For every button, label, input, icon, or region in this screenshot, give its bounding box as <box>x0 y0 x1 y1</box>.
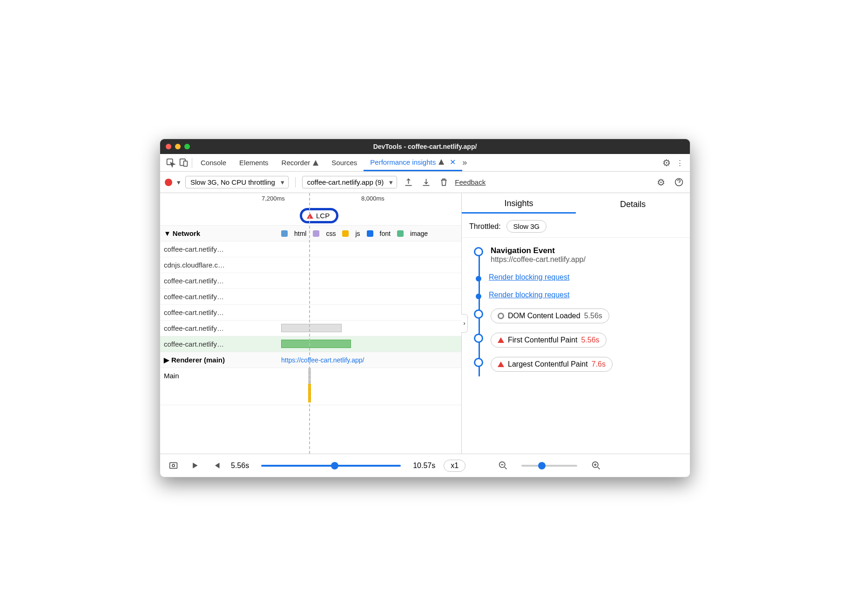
kebab-menu-icon[interactable]: ⋮ <box>673 156 686 169</box>
chevron-down-icon: ▼ <box>164 229 171 237</box>
tab-recorder[interactable]: Recorder <box>275 154 325 171</box>
zoom-slider[interactable] <box>521 465 577 467</box>
time-start: 5.56s <box>231 462 249 470</box>
network-row[interactable]: coffee-cart.netlify… <box>160 321 461 336</box>
timeline-node-icon <box>474 334 483 343</box>
inspect-icon[interactable] <box>164 156 177 169</box>
nav-event-title: Navigation Event <box>491 246 586 255</box>
request-name: coffee-cart.netlify… <box>160 308 281 316</box>
network-row[interactable]: cdnjs.cloudflare.c… <box>160 257 461 273</box>
playback-slider[interactable] <box>261 465 401 467</box>
delete-icon[interactable] <box>437 176 450 189</box>
warning-triangle-icon <box>498 337 504 343</box>
legend-font: font <box>380 230 391 237</box>
record-button[interactable] <box>165 179 172 186</box>
network-rows: coffee-cart.netlify… cdnjs.cloudflare.c…… <box>160 241 461 352</box>
request-name: coffee-cart.netlify… <box>160 277 281 285</box>
insight-lcp[interactable]: Largest Contentful Paint 7.6s <box>474 357 684 372</box>
recording-select[interactable]: coffee-cart.netlify.app (9) <box>302 176 398 188</box>
timeline-dot-icon <box>476 276 481 281</box>
svg-point-5 <box>172 464 174 467</box>
import-icon[interactable] <box>419 176 432 189</box>
chevron-right-icon: ▶ <box>164 356 169 364</box>
render-blocking-link[interactable]: Render blocking request <box>489 291 569 299</box>
circle-icon <box>498 313 504 319</box>
lcp-label: Largest Contentful Paint <box>508 360 588 368</box>
legend-swatch-font <box>367 230 373 237</box>
renderer-url[interactable]: https://coffee-cart.netlify.app/ <box>281 356 364 364</box>
titlebar: DevTools - coffee-cart.netlify.app/ <box>160 139 690 154</box>
lcp-time: 7.6s <box>592 360 606 368</box>
insights-timeline: Navigation Event https://coffee-cart.net… <box>462 238 690 381</box>
dcl-time: 5.56s <box>584 312 602 320</box>
lcp-label: LCP <box>316 212 330 220</box>
export-icon[interactable] <box>402 176 415 189</box>
renderer-section-header[interactable]: ▶Renderer (main) https://coffee-cart.net… <box>160 352 461 368</box>
network-row[interactable]: coffee-cart.netlify… <box>160 241 461 257</box>
fcp-label: First Contentful Paint <box>508 336 577 344</box>
network-label: Network <box>173 229 200 237</box>
request-name: cdnjs.cloudflare.c… <box>160 261 281 269</box>
divider <box>192 158 192 168</box>
network-section-header[interactable]: ▼Network html css js font image <box>160 226 461 241</box>
svg-rect-2 <box>183 161 187 166</box>
svg-rect-4 <box>169 462 177 468</box>
device-toolbar-icon[interactable] <box>177 156 190 169</box>
tab-console[interactable]: Console <box>194 154 233 171</box>
request-name: coffee-cart.netlify… <box>160 293 281 301</box>
play-button[interactable] <box>188 459 201 472</box>
legend-swatch-css <box>313 230 319 237</box>
tab-performance-insights[interactable]: Performance insights✕ <box>364 154 462 171</box>
lcp-marker[interactable]: LCP <box>300 208 338 223</box>
request-name: coffee-cart.netlify… <box>160 324 281 332</box>
screenshot-toggle-icon[interactable] <box>167 459 180 472</box>
network-row[interactable]: coffee-cart.netlify… <box>160 289 461 305</box>
panel-tabs: Console Elements Recorder Sources Perfor… <box>160 154 690 172</box>
nav-event-url: https://coffee-cart.netlify.app/ <box>491 255 586 264</box>
timeline-ruler[interactable]: 7,200ms 8,000ms LCP <box>160 193 461 226</box>
request-name: coffee-cart.netlify… <box>160 245 281 253</box>
dcl-label: DOM Content Loaded <box>508 312 580 320</box>
flask-icon <box>438 159 444 165</box>
tab-insights[interactable]: Insights <box>462 195 576 214</box>
speed-selector[interactable]: x1 <box>444 460 465 472</box>
insight-render-blocking[interactable]: Render blocking request <box>474 273 684 281</box>
network-row[interactable]: coffee-cart.netlify… <box>160 273 461 289</box>
insight-navigation[interactable]: Navigation Event https://coffee-cart.net… <box>474 246 684 264</box>
tab-perf-label: Performance insights <box>370 158 436 166</box>
help-icon[interactable] <box>672 176 685 189</box>
main-track[interactable]: Main <box>160 368 461 405</box>
insight-render-blocking[interactable]: Render blocking request <box>474 291 684 299</box>
more-tabs-icon[interactable]: » <box>462 158 465 167</box>
network-row[interactable]: coffee-cart.netlify… <box>160 305 461 321</box>
insight-fcp[interactable]: First Contentful Paint 5.56s <box>474 333 684 348</box>
timeline-panel: › 7,200ms 8,000ms LCP ▼Network html css … <box>160 193 462 454</box>
record-dropdown-icon[interactable]: ▾ <box>177 178 181 187</box>
rewind-button[interactable] <box>209 459 223 472</box>
main-body: › 7,200ms 8,000ms LCP ▼Network html css … <box>160 193 690 454</box>
devtools-window: DevTools - coffee-cart.netlify.app/ Cons… <box>160 139 690 477</box>
fcp-time: 5.56s <box>581 336 599 344</box>
panel-settings-icon[interactable]: ⚙ <box>654 176 668 189</box>
network-legend: html css js font image <box>281 230 428 237</box>
feedback-link[interactable]: Feedback <box>455 178 486 186</box>
tab-details[interactable]: Details <box>576 196 690 213</box>
tab-sources[interactable]: Sources <box>325 154 364 171</box>
zoom-out-icon[interactable] <box>496 459 509 472</box>
settings-icon[interactable]: ⚙ <box>660 156 673 169</box>
throttle-pill: Slow 3G <box>506 220 547 233</box>
legend-css: css <box>326 230 336 237</box>
insight-dcl[interactable]: DOM Content Loaded 5.56s <box>474 308 684 323</box>
network-row[interactable]: coffee-cart.netlify… <box>160 336 461 352</box>
close-tab-icon[interactable]: ✕ <box>450 158 456 167</box>
request-name: coffee-cart.netlify… <box>160 340 281 348</box>
render-blocking-link[interactable]: Render blocking request <box>489 273 569 281</box>
playback-footer: 5.56s 10.57s x1 <box>160 454 690 477</box>
main-label: Main <box>160 368 281 405</box>
collapse-handle[interactable]: › <box>461 314 468 333</box>
zoom-in-icon[interactable] <box>589 459 602 472</box>
throttle-dropdown[interactable]: Slow 3G, No CPU throttling <box>185 176 289 188</box>
timeline-dot-icon <box>476 294 481 299</box>
time-tick: 7,200ms <box>262 195 285 202</box>
tab-elements[interactable]: Elements <box>233 154 275 171</box>
